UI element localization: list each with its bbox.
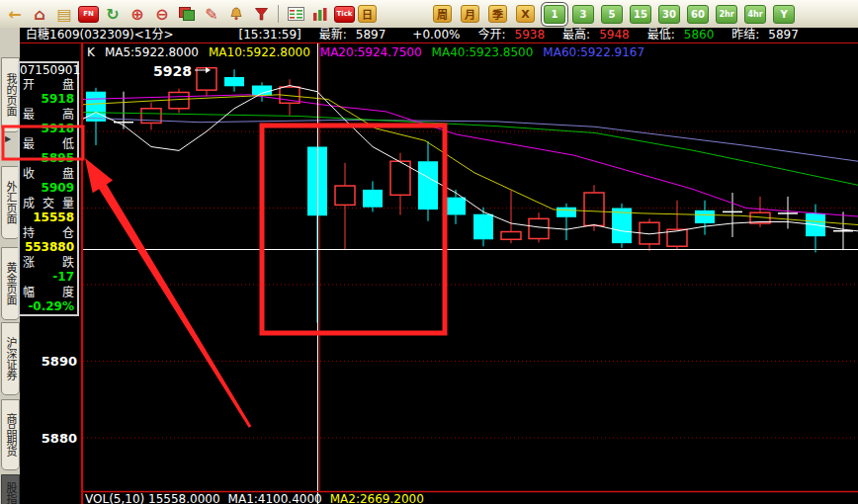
volume-indicator-row: VOL(5,10) 15558.0000MA1:4100.4000MA2:266…	[85, 493, 432, 504]
volume-value: MA2:2669.2000	[330, 493, 424, 504]
period-season-button[interactable]: 季	[488, 5, 507, 23]
ma-line-MA40	[81, 113, 858, 186]
overlay-layers-icon[interactable]	[176, 3, 198, 25]
period-5min-button[interactable]: 5	[601, 5, 623, 24]
ma-line-MA60	[81, 118, 858, 161]
ma-value: MA40:5923.8500	[432, 45, 534, 59]
page-setup-icon[interactable]: ▤	[53, 3, 75, 25]
title-bar: 白糖1609(032309)<1分> [15:31:59] 最新:5897+0.…	[20, 28, 858, 43]
period-month-button[interactable]: 月	[461, 5, 479, 23]
candle	[335, 163, 355, 250]
candle	[833, 211, 853, 250]
price-axis-label-5880: 5880	[36, 431, 77, 446]
filter-icon[interactable]	[250, 3, 272, 25]
candle	[252, 82, 272, 101]
sidebar-tab-股指期货[interactable]: 股指期货	[1, 474, 20, 504]
candle	[280, 79, 300, 115]
period-1min-button[interactable]: 1	[544, 5, 565, 24]
quote-field: 最新:5897	[310, 28, 386, 42]
back-icon[interactable]: ←	[4, 3, 26, 25]
high-price-marker: 5928	[153, 63, 192, 79]
info-row-close: 收盘5909	[20, 167, 77, 195]
sidebar-tab-沪深证券[interactable]: 沪深证券	[1, 322, 20, 395]
kline-chart-icon[interactable]	[309, 3, 331, 25]
zoom-out-icon[interactable]: ⊖	[151, 3, 173, 25]
sidebar-tab-strip: 我的页面▶外汇页面黄金页面沪深证券商品期货股指期货	[0, 28, 20, 504]
price-axis-label-5890: 5890	[36, 354, 77, 369]
period-day-button[interactable]: 日	[358, 5, 377, 23]
alert-bell-icon[interactable]	[225, 3, 247, 25]
volume-value: MA1:4100.4000	[228, 493, 322, 504]
info-row-open-interest: 持仓553880	[20, 226, 77, 254]
info-row-open: 开盘5918	[20, 78, 77, 106]
candle	[363, 181, 383, 211]
candle	[640, 218, 659, 251]
info-row-high: 最高5918	[20, 108, 77, 135]
period-15min-button[interactable]: 15	[630, 5, 651, 24]
bar-datetime: 07150901	[20, 63, 77, 78]
candle	[501, 191, 521, 243]
period-60min-button[interactable]: 60	[687, 5, 709, 24]
candle	[612, 204, 632, 248]
quote-field: 昨结:5897	[723, 28, 799, 42]
ma-value: MA10:5922.8000	[209, 45, 310, 59]
refresh-icon[interactable]: ↻	[102, 3, 124, 25]
info-row-change-pct: 幅度-0.29%	[20, 286, 77, 313]
quote-time: [15:31:59]	[238, 28, 300, 42]
quote-field: 最高:5948	[554, 28, 630, 42]
quote-field: 最低:5860	[639, 28, 715, 42]
period-30min-button[interactable]: 30	[658, 5, 680, 24]
toolbar-icons: ←⌂▤FN↻⊕⊖✎Tick日周月季X1351530602hr4hrY	[0, 0, 858, 28]
candle	[806, 205, 825, 253]
ma-indicator-row: KMA5:5922.8000MA10:5922.8000MA20:5924.75…	[87, 45, 664, 59]
ma-values: MA5:5922.8000MA10:5922.8000MA20:5924.750…	[105, 45, 654, 59]
period-custom-button[interactable]: X	[516, 5, 535, 23]
period-4hr-button[interactable]: 4hr	[744, 5, 766, 24]
candle	[114, 92, 133, 129]
quote-field: 今开:5938	[470, 28, 546, 42]
info-row-change: 涨跌-17	[20, 256, 77, 284]
toolbar: ←⌂▤FN↻⊕⊖✎Tick日周月季X1351530602hr4hrY	[0, 0, 858, 29]
candle	[169, 89, 189, 114]
candle	[473, 208, 493, 247]
candle	[86, 88, 106, 145]
draw-line-icon[interactable]: ✎	[201, 3, 222, 25]
candle	[778, 197, 798, 229]
candle	[141, 103, 161, 130]
candle	[557, 204, 576, 240]
ma-value: MA5:5922.8000	[105, 45, 199, 59]
bar-info-rows: 开盘5918最高5918最低5895收盘5909成交量15558持仓553880…	[20, 78, 77, 313]
quote-board-icon[interactable]	[285, 3, 306, 25]
toolbar-separator	[278, 5, 279, 23]
fn-hotkey-icon[interactable]: FN	[78, 6, 99, 23]
quote-field: +0.00%	[394, 28, 460, 42]
volume-value: VOL(5,10) 15558.0000	[85, 493, 220, 504]
bar-info-panel: 07150901 开盘5918最高5918最低5895收盘5909成交量1555…	[18, 61, 79, 316]
candle	[695, 201, 715, 235]
zoom-in-icon[interactable]: ⊕	[127, 3, 148, 25]
tick-chart-icon[interactable]: Tick	[334, 6, 355, 23]
candle	[224, 69, 244, 91]
ma-line-MA20	[81, 95, 858, 216]
k-label: K	[87, 45, 95, 59]
ma-value: MA60:5922.9167	[543, 45, 644, 59]
sidebar-tab-商品期货[interactable]: 商品期货	[1, 399, 20, 470]
sidebar-tab-expand-icon[interactable]: ▶	[5, 134, 11, 143]
info-row-volume: 成交量15558	[20, 197, 77, 224]
ma-value: MA20:5924.7500	[320, 45, 422, 59]
candlestick-chart[interactable]: 5928	[81, 43, 858, 504]
period-3min-button[interactable]: 3	[572, 5, 594, 24]
info-row-low: 最低5895	[20, 137, 77, 165]
period-2hr-button[interactable]: 2hr	[716, 5, 737, 24]
quote-fields: 最新:5897+0.00%今开:5938最高:5948最低:5860昨结:589…	[301, 28, 799, 42]
home-icon[interactable]: ⌂	[29, 3, 50, 25]
period-week-button[interactable]: 周	[433, 5, 452, 23]
instrument-title: 白糖1609(032309)<1分>	[26, 28, 173, 42]
period-year-button[interactable]: Y	[773, 5, 795, 24]
candle	[446, 190, 466, 224]
